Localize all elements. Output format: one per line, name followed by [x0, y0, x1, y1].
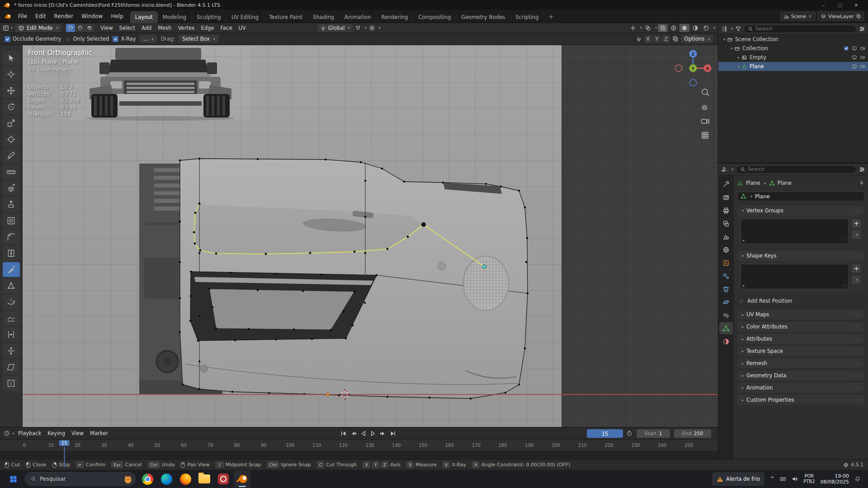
list-box[interactable]: ▸∷: [741, 264, 849, 289]
screen-toggle-icon[interactable]: [852, 64, 857, 69]
transform-pivot-icon[interactable]: [636, 36, 642, 42]
workspace-tab-texture-paint[interactable]: Texture Paint: [264, 11, 308, 23]
outliner-editor-icon[interactable]: [721, 26, 727, 32]
viewport-menu-mesh[interactable]: Mesh: [155, 23, 175, 33]
show-overlays-button[interactable]: [643, 24, 653, 32]
outliner-search[interactable]: [744, 25, 857, 33]
exclude-checkbox-icon[interactable]: [844, 46, 849, 51]
only-selected-checkbox[interactable]: Only Selected: [65, 36, 109, 42]
tool-bevel-button[interactable]: [3, 230, 20, 244]
section-geometry-data[interactable]: ▸ Geometry Data ::::: [737, 371, 864, 380]
camera-toggle-icon[interactable]: [860, 64, 865, 69]
notifications-icon[interactable]: [854, 476, 861, 482]
language-indicator[interactable]: POR PTB2: [803, 474, 815, 484]
filter-settings-icon[interactable]: [859, 26, 865, 32]
workspace-tab-rendering[interactable]: Rendering: [376, 11, 413, 23]
tool-shrink-fatten-button[interactable]: [3, 343, 20, 358]
shading-rendered-button[interactable]: [701, 24, 711, 32]
menu-edit[interactable]: Edit: [31, 10, 50, 23]
list-grip-icon[interactable]: ∷: [844, 283, 846, 288]
workspace-tab-compositing[interactable]: Compositing: [413, 11, 456, 23]
tool-smooth-button[interactable]: [3, 311, 20, 326]
screen-toggle-icon[interactable]: [852, 55, 857, 60]
breadcrumb-data[interactable]: Plane: [778, 180, 792, 186]
snap-chevron-icon[interactable]: ▾: [365, 26, 367, 30]
menu-file[interactable]: File: [14, 10, 31, 23]
section-uv-maps[interactable]: ▸ UV Maps ::::: [737, 310, 864, 319]
tool-loop-cut-button[interactable]: [3, 246, 20, 261]
properties-tab-object[interactable]: [719, 257, 733, 269]
tool-scale-button[interactable]: [3, 116, 20, 131]
section-texture-space[interactable]: ▸ Texture Space ::::: [737, 346, 864, 356]
add-workspace-button[interactable]: +: [544, 13, 558, 20]
filter-funnel-icon[interactable]: [735, 26, 741, 32]
workspace-tab-modeling[interactable]: Modeling: [158, 11, 192, 23]
properties-tab-material[interactable]: [719, 335, 733, 347]
properties-tab-world[interactable]: [719, 244, 733, 256]
drag-mode-dropdown[interactable]: Select Box ▾: [179, 35, 219, 43]
xray-toggle-button[interactable]: [658, 24, 668, 32]
expand-chevron-icon[interactable]: ▸: [738, 56, 740, 60]
tool-annotate-button[interactable]: [3, 148, 20, 163]
proportional-chevron-icon[interactable]: ▾: [379, 26, 381, 30]
view-layer-selector[interactable]: ViewLayer: [817, 12, 864, 21]
taskbar-app-blender[interactable]: [234, 470, 251, 488]
properties-search-input[interactable]: [748, 166, 852, 172]
tool-transform-button[interactable]: [3, 132, 20, 147]
list-grip-icon[interactable]: ∷: [844, 238, 846, 243]
tool-shear-button[interactable]: [3, 360, 20, 375]
camera-toggle-icon[interactable]: [860, 55, 865, 60]
properties-editor-icon[interactable]: [721, 166, 727, 173]
menu-window[interactable]: Window: [77, 10, 107, 23]
orientation-dropdown[interactable]: Global ▾: [317, 24, 353, 32]
vertex-select-button[interactable]: [66, 24, 75, 32]
timeline-menu-view[interactable]: View: [68, 428, 87, 438]
tool-select-box-button[interactable]: [3, 51, 20, 66]
tool-rotate-button[interactable]: [3, 99, 20, 114]
play-reverse-button[interactable]: [359, 429, 368, 438]
object-origin[interactable]: [326, 393, 330, 396]
tool-measure-button[interactable]: [3, 164, 20, 179]
options-dropdown[interactable]: Options ▾: [681, 35, 713, 43]
occlude-geometry-checkbox[interactable]: Occlude Geometry: [5, 36, 61, 42]
section-shape-keys[interactable]: ▾ Shape Keys ::::: [737, 251, 864, 261]
viewport-canvas[interactable]: Z X Y: [23, 45, 718, 427]
mirror-z-button[interactable]: Z: [662, 35, 670, 43]
tool-cursor-button[interactable]: [3, 67, 20, 82]
add-rest-position-checkbox[interactable]: Add Rest Position: [738, 296, 864, 306]
viewport-menu-vertex[interactable]: Vertex: [175, 23, 198, 33]
section-vertex-groups[interactable]: ▾ Vertex Groups ::::: [737, 206, 864, 216]
viewport-menu-edge[interactable]: Edge: [198, 23, 217, 33]
current-frame-field[interactable]: 15: [587, 429, 623, 438]
properties-tab-render[interactable]: [719, 191, 733, 203]
properties-tab-modifiers[interactable]: [719, 270, 733, 282]
taskbar-search[interactable]: Pesquisar: [25, 472, 136, 486]
screen-toggle-icon[interactable]: [852, 46, 857, 51]
editor-type-icon[interactable]: [3, 25, 9, 31]
timeline-menu-marker[interactable]: Marker: [87, 428, 111, 438]
workspace-tab-sculpting[interactable]: Sculpting: [192, 11, 226, 23]
search-highlight-image[interactable]: [123, 474, 133, 484]
viewport-menu-add[interactable]: Add: [138, 23, 155, 33]
timeline-menu-playback[interactable]: Playback: [15, 428, 44, 438]
workspace-tab-animation[interactable]: Animation: [340, 11, 377, 23]
specials-menu-button[interactable]: ▾: [851, 230, 861, 239]
properties-tab-output[interactable]: [719, 204, 733, 216]
taskbar-app-chrome[interactable]: [139, 470, 156, 488]
timeline-ruler[interactable]: 15 0102030405060708090100110120130140150…: [0, 440, 718, 451]
workspace-tab-uv-editing[interactable]: UV Editing: [226, 11, 264, 23]
door-panel-mesh[interactable]: [179, 158, 528, 399]
shading-solid-button[interactable]: [679, 24, 689, 32]
scene-selector[interactable]: Scene: [780, 12, 816, 21]
properties-tab-constraints[interactable]: [719, 309, 733, 321]
tool-knife-button[interactable]: [3, 262, 20, 277]
section-color-attributes[interactable]: ▸ Color Attributes ::::: [737, 322, 864, 332]
tool-poly-build-button[interactable]: [3, 278, 20, 293]
viewport-menu-view[interactable]: View: [97, 23, 116, 33]
expand-chevron-icon[interactable]: ▾: [723, 38, 725, 42]
end-frame-field[interactable]: End 250: [674, 429, 711, 438]
properties-tab-view-layer[interactable]: [719, 217, 733, 230]
face-select-button[interactable]: [85, 24, 94, 32]
section-animation[interactable]: ▸ Animation ::::: [737, 383, 864, 393]
add-item-button[interactable]: [851, 264, 861, 273]
